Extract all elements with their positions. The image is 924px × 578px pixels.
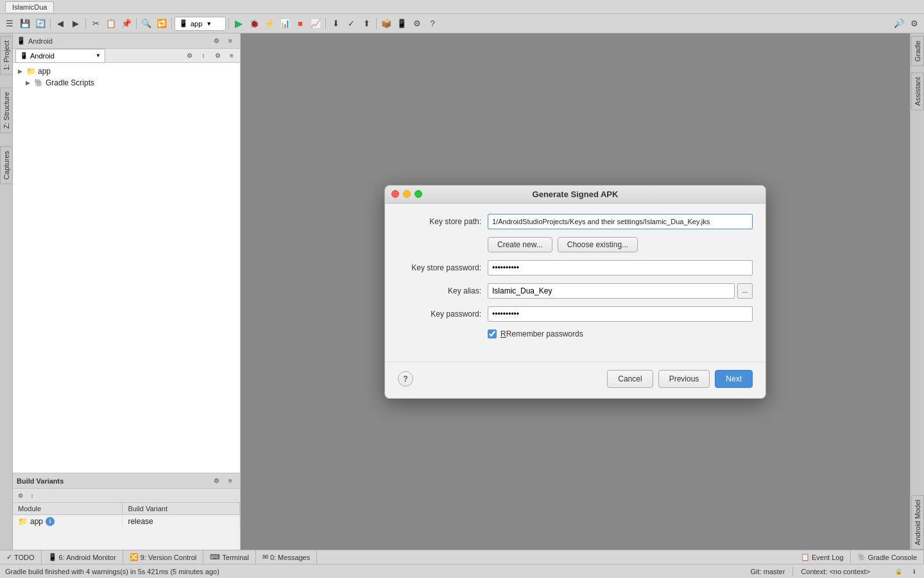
dialog-titlebar: Generate Signed APK: [385, 186, 766, 204]
tree-item-app[interactable]: ▶ 📁 app: [15, 66, 237, 77]
tab-android-monitor[interactable]: 📱 6: Android Monitor: [42, 550, 123, 564]
cancel-button[interactable]: Cancel: [607, 370, 653, 388]
sidebar-item-captures[interactable]: Captures: [0, 146, 13, 184]
settings-btn[interactable]: ⚙: [410, 17, 424, 31]
build-status-message: Gradle build finished with 4 warnings(s)…: [5, 568, 219, 575]
panel-options[interactable]: ≡: [225, 35, 236, 47]
avd-manager[interactable]: 📱: [395, 17, 409, 31]
status-separator: [792, 567, 793, 576]
toolbar-sync[interactable]: 🔄: [33, 17, 47, 31]
stop-button[interactable]: ■: [293, 17, 307, 31]
profile-button[interactable]: 📊: [278, 17, 292, 31]
git-status: Git: master: [751, 568, 785, 575]
app-folder-icon: 📁: [18, 517, 28, 526]
toolbar-forward[interactable]: ▶: [69, 17, 83, 31]
next-button[interactable]: Next: [715, 370, 753, 388]
panel-gear2[interactable]: ⚙: [212, 50, 223, 62]
vcs-update[interactable]: ⬇: [329, 17, 343, 31]
maximize-button[interactable]: [415, 190, 422, 198]
dialog-footer: ? Cancel Previous Next: [385, 362, 766, 398]
choose-existing-button[interactable]: Choose existing...: [558, 237, 638, 252]
eventlog-label: Event Log: [812, 554, 844, 561]
tab-todo[interactable]: ✓ TODO: [0, 550, 42, 564]
key-password-row: Key password:: [398, 306, 753, 322]
left-sidebar: 1: Project Z: Structure Captures: [0, 33, 13, 550]
help-button[interactable]: ?: [398, 371, 413, 387]
bv-row-app[interactable]: 📁 app i release: [13, 515, 240, 529]
vcs-push[interactable]: ⬆: [359, 17, 373, 31]
panel-gear[interactable]: ⚙: [184, 50, 195, 62]
sidebar-item-structure[interactable]: Z: Structure: [0, 87, 13, 133]
keystore-path-input[interactable]: [488, 214, 753, 229]
tab-messages[interactable]: ✉ 0: Messages: [256, 550, 317, 564]
close-button[interactable]: [391, 190, 399, 198]
toolbar-replace[interactable]: 🔁: [155, 17, 169, 31]
keystore-password-input[interactable]: [488, 260, 753, 276]
create-new-button[interactable]: Create new...: [488, 237, 552, 252]
bv-module-app: 📁 app i: [13, 515, 123, 529]
status-lock[interactable]: 🔒: [893, 566, 903, 577]
panel-scroll[interactable]: ↕: [198, 50, 209, 62]
android-icon: 📱: [17, 37, 26, 45]
toolbar-undo[interactable]: ☰: [3, 17, 17, 31]
panel-header: 📱 Android ⚙ ≡: [13, 33, 240, 49]
bv-sync[interactable]: ↕: [27, 491, 37, 501]
project-tree: ▶ 📁 app ▶ 🐘 Gradle Scripts: [13, 63, 240, 473]
previous-button[interactable]: Previous: [658, 370, 710, 388]
separator-3: [136, 18, 137, 30]
sidebar-item-android-model[interactable]: Android Model: [911, 495, 924, 550]
content-area: Generate Signed APK Key store path: Crea…: [241, 33, 910, 550]
messages-icon: ✉: [262, 553, 268, 561]
col-build-variant: Build Variant: [123, 503, 240, 515]
key-alias-input[interactable]: [488, 283, 735, 299]
key-password-input[interactable]: [488, 306, 753, 322]
separator-7: [376, 18, 377, 30]
help-btn-toolbar[interactable]: ?: [425, 17, 440, 31]
toolbar-save[interactable]: 💾: [18, 17, 32, 31]
bv-gear2[interactable]: ⚙: [15, 491, 26, 501]
coverage-button[interactable]: 📈: [309, 17, 323, 31]
dialog-body: Key store path: Create new... Choose exi…: [385, 204, 766, 356]
col-module: Module: [13, 503, 123, 515]
search-everywhere[interactable]: 🔎: [892, 17, 906, 31]
remember-passwords-label[interactable]: RRemember passwords: [501, 329, 583, 338]
right-sidebar: Gradle Assistant Android Model: [910, 33, 924, 550]
bv-options[interactable]: ≡: [225, 475, 236, 487]
toolbar-extra[interactable]: ⚙: [907, 17, 921, 31]
panel-collapse[interactable]: ≡: [226, 50, 237, 62]
context-status: Context: <no context>: [801, 568, 870, 575]
sidebar-item-assistant[interactable]: Assistant: [911, 73, 924, 110]
panel-settings[interactable]: ⚙: [210, 35, 222, 47]
status-info[interactable]: ℹ: [909, 566, 919, 577]
app-dropdown[interactable]: 📱 app ▼: [175, 17, 226, 31]
tree-item-gradle[interactable]: ▶ 🐘 Gradle Scripts: [15, 77, 237, 89]
minimize-button[interactable]: [403, 190, 411, 198]
bv-gear[interactable]: ⚙: [210, 475, 222, 487]
tab-gradle-console[interactable]: 🐘 Gradle Console: [851, 550, 924, 564]
android-dropdown[interactable]: 📱 Android ▼: [15, 49, 105, 63]
tab-event-log[interactable]: 📋 Event Log: [794, 550, 851, 564]
tab-version-control[interactable]: 🔀 9: Version Control: [123, 550, 203, 564]
sdk-manager[interactable]: 📦: [379, 17, 393, 31]
run-button[interactable]: ▶: [232, 17, 246, 31]
toolbar-find[interactable]: 🔍: [139, 17, 153, 31]
toolbar-paste[interactable]: 📌: [119, 17, 133, 31]
separator-6: [325, 18, 326, 30]
key-alias-browse-button[interactable]: ...: [737, 283, 753, 299]
gradle-console-label: Gradle Console: [868, 554, 917, 561]
bv-variant-cell[interactable]: release: [123, 515, 240, 529]
debug-button[interactable]: 🐞: [247, 17, 261, 31]
separator-4: [171, 18, 172, 30]
toolbar-back[interactable]: ◀: [53, 17, 67, 31]
vcs-commit[interactable]: ✓: [344, 17, 358, 31]
sidebar-item-gradle[interactable]: Gradle: [911, 36, 924, 66]
toolbar-cut[interactable]: ✂: [89, 17, 103, 31]
title-tab[interactable]: IslamicDua: [5, 1, 54, 12]
tree-label-app: app: [38, 67, 51, 76]
remember-passwords-checkbox[interactable]: [488, 329, 497, 338]
sidebar-item-project[interactable]: 1: Project: [0, 36, 13, 74]
build-button[interactable]: ⚡: [262, 17, 277, 31]
toolbar-copy[interactable]: 📋: [104, 17, 118, 31]
bv-title: Build Variants: [17, 477, 64, 485]
tab-terminal[interactable]: ⌨ Terminal: [203, 550, 256, 564]
